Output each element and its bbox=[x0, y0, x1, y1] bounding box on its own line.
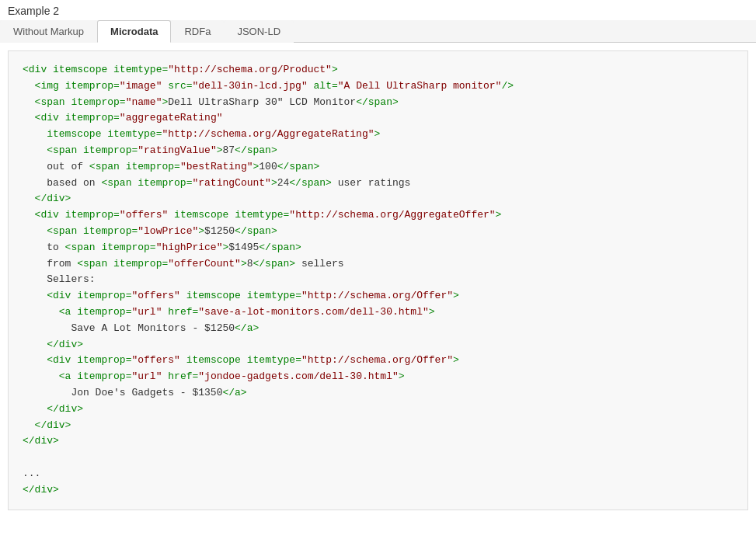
tabs-bar: Without Markup Microdata RDFa JSON-LD bbox=[0, 20, 756, 43]
tab-rdfa[interactable]: RDFa bbox=[171, 20, 224, 43]
tab-json-ld[interactable]: JSON-LD bbox=[224, 20, 294, 43]
tab-microdata[interactable]: Microdata bbox=[97, 20, 171, 43]
tab-without-markup[interactable]: Without Markup bbox=[0, 20, 97, 43]
code-block: <div itemscope itemtype="http://schema.o… bbox=[8, 50, 748, 510]
page-title: Example 2 bbox=[0, 0, 756, 20]
